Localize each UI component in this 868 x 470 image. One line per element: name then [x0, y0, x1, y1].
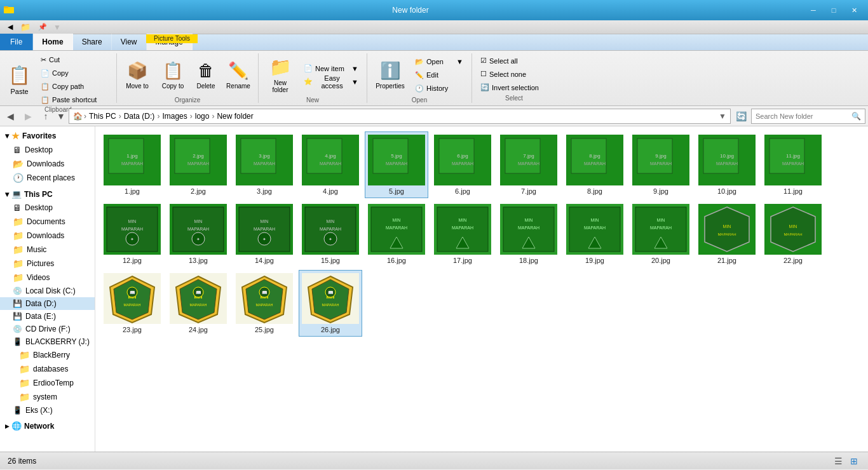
breadcrumb-logo[interactable]: logo [194, 112, 211, 121]
address-path[interactable]: 🏠 › This PC › Data (D:) › Images › logo … [69, 109, 731, 124]
open-button[interactable]: 📂 Open ▼ [410, 55, 468, 68]
sidebar-item-eks[interactable]: 📱 Eks (X:) [0, 404, 95, 417]
maximize-button[interactable]: □ [824, 4, 844, 17]
favorites-header[interactable]: ▾ ★ Favorites [0, 129, 95, 143]
move-to-button[interactable]: 📦 Move to [121, 53, 154, 97]
breadcrumb-images[interactable]: Images [161, 112, 188, 121]
file-item[interactable]: 10.jpg MAPARAH 10.jpg [695, 131, 759, 198]
sidebar-item-cd-f[interactable]: 💿 CD Drive (F:) [0, 323, 95, 335]
qat-back-button[interactable]: ◀ [5, 22, 15, 32]
sidebar-item-recent[interactable]: 🕐 Recent places [0, 171, 95, 185]
file-item[interactable]: MIN MAPARAH 20.jpg [629, 201, 693, 267]
rename-button[interactable]: ✏️ Rename [222, 53, 254, 97]
easy-access-button[interactable]: ⭐ Easy access ▼ [299, 76, 363, 88]
copy-button[interactable]: 📄 Copy [36, 67, 112, 79]
file-item[interactable]: 7.jpg MAPARAH 7.jpg [497, 131, 560, 198]
paste-shortcut-button[interactable]: 📋 Paste shortcut [36, 93, 112, 106]
file-item[interactable]: 11.jpg MAPARAH 11.jpg [761, 131, 825, 198]
file-item[interactable]: MIN MAPARAH 22.jpg [761, 201, 825, 267]
copy-path-button[interactable]: 📋 Copy path [36, 80, 112, 93]
search-input[interactable] [756, 112, 851, 120]
new-folder-button[interactable]: 📁 New folder [262, 53, 298, 97]
sidebar-item-videos[interactable]: 📁 Videos [0, 271, 95, 285]
file-item[interactable]: MIN MAPARAH ✦ 15.jpg [299, 201, 362, 267]
file-item[interactable]: 8.jpg MAPARAH 8.jpg [563, 131, 627, 198]
sidebar-item-data-e[interactable]: 💾 Data (E:) [0, 310, 95, 323]
breadcrumb-datad[interactable]: Data (D:) [123, 112, 156, 121]
paste-button[interactable]: 📋 Paste [4, 58, 35, 102]
sidebar-item-erdioo[interactable]: 📁 ErdiooTemp [0, 376, 95, 390]
copy-to-button[interactable]: 📋 Copy to [156, 53, 189, 97]
sidebar-item-documents[interactable]: 📁 Documents [0, 215, 95, 229]
up-button[interactable]: ↑ [38, 109, 53, 124]
sidebar-item-databases[interactable]: 📁 databases [0, 362, 95, 376]
minimize-button[interactable]: ─ [803, 4, 824, 17]
tab-view[interactable]: View [112, 34, 147, 50]
breadcrumb-thispc[interactable]: This PC [88, 112, 118, 121]
delete-button[interactable]: 🗑 Delete [192, 53, 220, 97]
file-item[interactable]: 1.jpg MAPARAH 1.jpg [100, 131, 164, 198]
sidebar-item-downloads-fav[interactable]: 📂 Downloads [0, 157, 95, 171]
file-item[interactable]: 5.jpg MAPARAH 5.jpg [365, 131, 428, 198]
file-name: 26.jpg [321, 326, 340, 333]
sidebar-item-pictures[interactable]: 📁 Pictures [0, 257, 95, 271]
svg-text:MAPARAH: MAPARAH [584, 161, 606, 166]
copy-group: ✂ Cut 📄 Copy 📋 Copy path 📋 Paste shortcu… [36, 53, 112, 106]
cut-button[interactable]: ✂ Cut [36, 53, 112, 66]
svg-text:✦: ✦ [130, 237, 134, 241]
file-item[interactable]: MIN MAPARAH 📖 24.jpg [166, 270, 230, 337]
file-item[interactable]: 9.jpg MAPARAH 9.jpg [629, 131, 693, 198]
file-item[interactable]: 4.jpg MAPARAH 4.jpg [299, 131, 362, 198]
details-view-button[interactable]: ☰ [832, 455, 845, 467]
thumbnail-view-button[interactable]: ⊞ [848, 455, 860, 467]
forward-button[interactable]: ▶ [20, 109, 36, 124]
sidebar-item-desktop[interactable]: 🖥 Desktop [0, 143, 95, 157]
file-item[interactable]: MIN MAPARAH 📖 25.jpg [233, 270, 296, 337]
file-item[interactable]: MIN MAPARAH ✦ 12.jpg [100, 201, 164, 267]
file-item[interactable]: 6.jpg MAPARAH 6.jpg [431, 131, 494, 198]
sidebar-item-blackberry[interactable]: 📁 BlackBerry [0, 348, 95, 362]
file-item[interactable]: MIN MAPARAH 16.jpg [365, 201, 428, 267]
sidebar-item-desktop2[interactable]: 🖥 Desktop [0, 201, 95, 215]
invert-selection-button[interactable]: 🔄 Invert selection [476, 81, 552, 94]
tab-share[interactable]: Share [73, 34, 112, 50]
open-small-col: 📂 Open ▼ ✏️ Edit 🕐 History [410, 55, 468, 95]
select-none-button[interactable]: ☐ Select none [476, 68, 552, 81]
back-button[interactable]: ◀ [3, 109, 18, 124]
sidebar-item-system[interactable]: 📁 system [0, 390, 95, 404]
sidebar-item-music[interactable]: 📁 Music [0, 243, 95, 257]
sidebar-item-blackberry-j[interactable]: 📱 BLACKBERRY (J:) [0, 335, 95, 348]
sidebar-item-downloads[interactable]: 📁 Downloads [0, 229, 95, 243]
ribbon-content: 📋 Paste ✂ Cut 📄 Copy 📋 Copy path [0, 51, 868, 105]
refresh-button[interactable]: 🔄 [733, 109, 749, 124]
file-item[interactable]: MIN MAPARAH 21.jpg [695, 201, 759, 267]
file-item[interactable]: MIN MAPARAH 19.jpg [563, 201, 627, 267]
file-item[interactable]: 3.jpg MAPARAH 3.jpg [233, 131, 296, 198]
breadcrumb-newfolder[interactable]: New folder [215, 112, 254, 121]
close-button[interactable]: ✕ [844, 4, 864, 17]
new-item-button[interactable]: 📄 New item ▼ [299, 62, 363, 75]
properties-button[interactable]: ℹ️ Properties [371, 53, 409, 97]
tab-home[interactable]: Home [33, 34, 72, 50]
network-header[interactable]: ▸ 🌐 Network [0, 419, 95, 433]
file-item[interactable]: MIN MAPARAH 📖 26.jpg [299, 270, 362, 337]
new-group: 📁 New folder 📄 New item ▼ ⭐ Easy access … [259, 53, 367, 103]
tab-file[interactable]: File [0, 34, 33, 50]
select-all-button[interactable]: ☑ Select all [476, 55, 552, 67]
sidebar-item-local-c[interactable]: 💿 Local Disk (C:) [0, 285, 95, 297]
qat-folder-button[interactable]: 📁 [18, 21, 33, 33]
qat-pin-button[interactable]: 📌 [36, 22, 50, 32]
file-item[interactable]: MIN MAPARAH ✦ 14.jpg [233, 201, 296, 267]
search-box: 🔍 [751, 109, 865, 124]
file-item[interactable]: MIN MAPARAH 18.jpg [497, 201, 560, 267]
recent-locations-button[interactable]: ▼ [56, 109, 66, 124]
edit-button[interactable]: ✏️ Edit [410, 69, 468, 81]
history-button[interactable]: 🕐 History [410, 82, 468, 95]
file-item[interactable]: 2.jpg MAPARAH 2.jpg [166, 131, 230, 198]
sidebar-item-data-d[interactable]: 💾 Data (D:) [0, 297, 95, 310]
file-item[interactable]: MIN MAPARAH ✦ 13.jpg [166, 201, 230, 267]
thispc-header[interactable]: ▾ 💻 This PC [0, 187, 95, 201]
item-count: 26 items [8, 457, 36, 466]
file-item[interactable]: MIN MAPARAH 📖 23.jpg [100, 270, 164, 337]
file-item[interactable]: MIN MAPARAH 17.jpg [431, 201, 494, 267]
